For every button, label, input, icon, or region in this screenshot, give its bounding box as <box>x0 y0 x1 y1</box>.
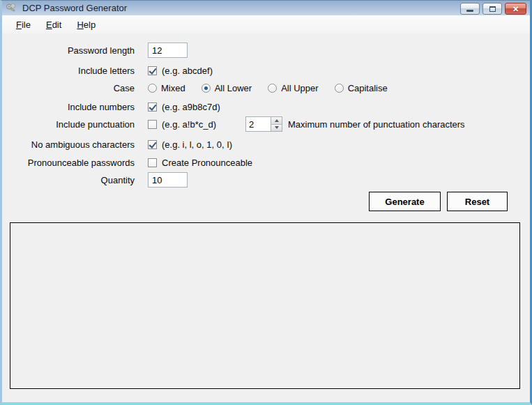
row-quantity: Quantity <box>2 172 530 188</box>
menubar: File Edit Help <box>2 15 530 33</box>
menu-edit[interactable]: Edit <box>38 17 69 33</box>
spinner-buttons <box>271 117 282 131</box>
menu-help[interactable]: Help <box>69 17 103 33</box>
include-letters-hint: (e.g. abcdef) <box>162 66 213 76</box>
case-option-capitalise[interactable]: Capitalise <box>335 83 388 93</box>
close-button[interactable] <box>505 3 526 15</box>
case-option-mixed[interactable]: Mixed <box>148 83 185 93</box>
restore-icon <box>489 6 496 12</box>
pronounceable-hint: Create Pronounceable <box>162 158 252 168</box>
close-icon <box>512 3 519 14</box>
row-include-punctuation: Include punctuation (e.g. a!b*c_d) Maxim… <box>2 116 530 132</box>
keys-icon[interactable] <box>6 3 17 14</box>
max-punctuation-label: Maximum number of punctuation characters <box>288 119 465 130</box>
row-include-letters: Include letters (e.g. abcdef) <box>2 63 530 78</box>
include-punctuation-hint: (e.g. a!b*c_d) <box>162 119 216 130</box>
app-window: DCP Password Generator File Edit Help Pa… <box>0 0 532 405</box>
case-option-mixed-label: Mixed <box>161 83 185 93</box>
reset-button[interactable]: Reset <box>447 192 508 211</box>
client-area: Password length Include letters (e.g. ab… <box>2 33 530 402</box>
radio-icon <box>202 84 211 93</box>
pronounceable-label: Pronounceable passwords <box>2 158 135 168</box>
quantity-label: Quantity <box>2 175 135 185</box>
max-punctuation-input[interactable] <box>246 117 271 131</box>
maximize-button[interactable] <box>482 3 502 15</box>
radio-icon <box>148 84 157 93</box>
window-controls <box>460 1 526 15</box>
row-include-numbers: Include numbers (e.g. a9b8c7d) <box>2 99 530 114</box>
case-option-all-lower[interactable]: All Lower <box>202 83 252 93</box>
row-pronounceable: Pronounceable passwords Create Pronounce… <box>2 155 530 170</box>
radio-icon <box>335 84 344 93</box>
row-no-ambiguous: No ambiguous characters (e.g. i, l, o, 1… <box>2 137 530 152</box>
include-numbers-checkbox[interactable] <box>148 102 157 112</box>
window-title: DCP Password Generator <box>22 3 460 13</box>
quantity-input[interactable] <box>148 172 188 188</box>
include-punctuation-label: Include punctuation <box>2 119 135 130</box>
minimize-button[interactable] <box>460 3 480 15</box>
up-arrow-icon <box>275 119 279 122</box>
password-output-list[interactable] <box>10 222 520 389</box>
case-option-capitalise-label: Capitalise <box>348 83 388 93</box>
include-numbers-hint: (e.g. a9b8c7d) <box>162 102 220 112</box>
case-label: Case <box>2 83 135 93</box>
password-length-label: Password length <box>2 45 135 56</box>
max-punctuation-spinner <box>245 116 282 132</box>
radio-icon <box>268 84 277 93</box>
titlebar[interactable]: DCP Password Generator <box>2 1 530 15</box>
spinner-up-button[interactable] <box>271 117 282 125</box>
include-numbers-label: Include numbers <box>2 102 135 112</box>
include-letters-checkbox[interactable] <box>148 66 157 75</box>
password-length-input[interactable] <box>148 43 188 58</box>
include-letters-label: Include letters <box>2 66 135 76</box>
menu-file[interactable]: File <box>8 17 38 33</box>
row-password-length: Password length <box>2 43 530 58</box>
spinner-down-button[interactable] <box>271 125 282 132</box>
case-option-all-lower-label: All Lower <box>215 83 252 93</box>
generate-button[interactable]: Generate <box>369 192 441 211</box>
include-punctuation-checkbox[interactable] <box>148 120 157 129</box>
case-option-all-upper-label: All Upper <box>281 83 318 93</box>
no-ambiguous-hint: (e.g. i, l, o, 1, 0, I) <box>162 139 232 150</box>
no-ambiguous-label: No ambiguous characters <box>2 139 135 150</box>
no-ambiguous-checkbox[interactable] <box>148 140 157 149</box>
pronounceable-checkbox[interactable] <box>148 158 157 167</box>
minimize-icon <box>466 10 473 12</box>
down-arrow-icon <box>275 126 279 129</box>
case-option-all-upper[interactable]: All Upper <box>268 83 318 93</box>
row-case: Case Mixed All Lower All Upper Capitalis… <box>2 80 530 95</box>
